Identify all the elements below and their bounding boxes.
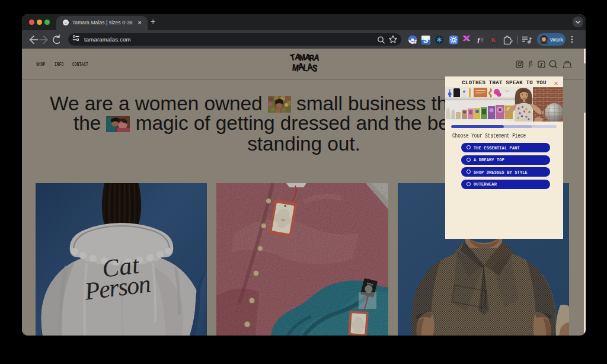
svg-text:K: K <box>491 37 496 43</box>
svg-text:?: ? <box>481 37 484 43</box>
svg-text:Work: Work <box>550 36 563 43</box>
svg-text:S: S <box>423 36 429 44</box>
